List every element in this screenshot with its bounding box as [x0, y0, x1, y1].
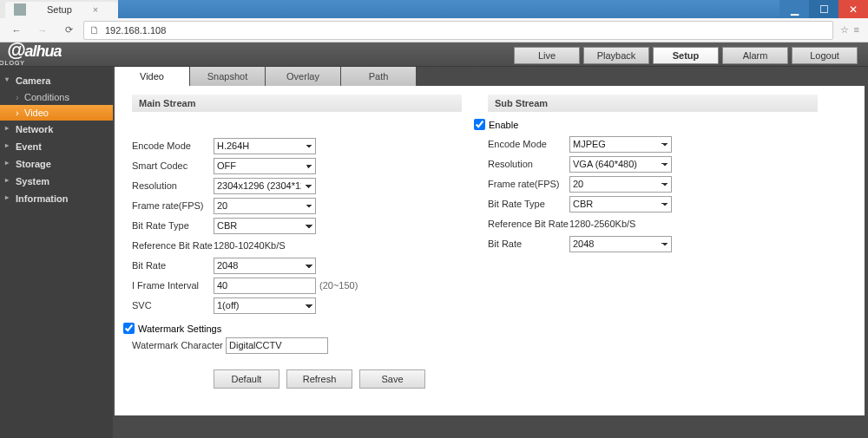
menu-icon[interactable]: ≡	[854, 24, 859, 36]
sidebar-network[interactable]: Network	[0, 121, 113, 138]
sub-label-brtype: Bit Rate Type	[488, 199, 569, 209]
label-res: Resolution	[132, 180, 214, 191]
tab-snapshot[interactable]: Snapshot	[190, 67, 265, 86]
forward-button[interactable]: →	[31, 21, 54, 40]
action-buttons: Default Refresh Save	[214, 369, 462, 389]
fps-select[interactable]: 20	[214, 198, 316, 214]
window-titlebar: Setup × ▁ ☐ ✕	[0, 0, 868, 18]
sub-encode-select[interactable]: MJPEG	[569, 136, 672, 153]
url-text: 192.168.1.108	[105, 25, 166, 36]
tab-path[interactable]: Path	[341, 67, 416, 86]
chrome-tabstrip: Setup ×	[0, 0, 118, 18]
label-brtype: Bit Rate Type	[132, 220, 214, 231]
sub-label-encode: Encode Mode	[488, 139, 569, 149]
bitrate-type-select[interactable]: CBR	[214, 218, 316, 234]
nav-logout[interactable]: Logout	[792, 47, 858, 64]
close-window-button[interactable]: ✕	[838, 0, 868, 18]
sub-bitrate-select[interactable]: 2048	[569, 236, 672, 252]
sidebar-storage[interactable]: Storage	[0, 155, 113, 173]
tab-overlay[interactable]: Overlay	[266, 67, 340, 86]
sub-brtype-select[interactable]: CBR	[569, 196, 672, 212]
sidebar-system[interactable]: System	[0, 173, 113, 190]
content-tabs: Video Snapshot Overlay Path	[113, 67, 868, 86]
label-iframe: I Frame Interval	[132, 280, 214, 291]
sub-resolution-select[interactable]: VGA (640*480)	[569, 156, 672, 173]
sidebar-camera[interactable]: Camera	[0, 72, 113, 89]
sidebar-information[interactable]: Information	[0, 190, 113, 207]
sidebar-event[interactable]: Event	[0, 138, 113, 155]
content: Video Snapshot Overlay Path Main Stream …	[113, 67, 868, 438]
tab-video[interactable]: Video	[115, 67, 189, 86]
logo: @alhua TECHNOLOGY	[7, 39, 61, 66]
browser-toolbar: ← → ⟳ 🗋 192.168.1.108 ☆ ≡	[0, 18, 868, 42]
sub-label-fps: Frame rate(FPS)	[488, 179, 569, 189]
reload-button[interactable]: ⟳	[57, 21, 80, 40]
watermark-label: Watermark Settings	[138, 324, 221, 334]
back-button[interactable]: ←	[5, 21, 28, 40]
default-button[interactable]: Default	[214, 369, 279, 389]
label-svc: SVC	[132, 300, 214, 311]
sub-label-refbr: Reference Bit Rate	[488, 219, 569, 229]
close-tab-icon[interactable]: ×	[93, 4, 98, 15]
top-nav: Live Playback Setup Alarm Logout	[514, 47, 858, 66]
encode-mode-select[interactable]: H.264H	[214, 138, 316, 154]
watermark-char-input[interactable]	[226, 337, 328, 354]
label-smart: Smart Codec	[132, 160, 214, 171]
sub-refbr-value: 1280-2560Kb/S	[569, 219, 635, 229]
refresh-button[interactable]: Refresh	[286, 369, 352, 389]
browser-tab[interactable]: Setup ×	[5, 2, 118, 18]
main-stream-title: Main Stream	[132, 95, 462, 112]
tabstrip-background	[118, 0, 779, 18]
bookmark-icon[interactable]: ☆	[840, 24, 849, 36]
iframe-hint: (20~150)	[319, 280, 358, 291]
nav-setup[interactable]: Setup	[653, 47, 719, 64]
svc-select[interactable]: 1(off)	[214, 297, 316, 314]
label-encode: Encode Mode	[132, 141, 214, 151]
label-watermark-char: Watermark Character	[132, 340, 226, 350]
sub-stream-title: Sub Stream	[488, 95, 818, 112]
tab-favicon	[14, 3, 26, 16]
sub-label-br: Bit Rate	[488, 239, 569, 249]
enable-label: Enable	[489, 120, 518, 130]
main-area: Camera Conditions Video Network Event St…	[0, 67, 868, 438]
substream-enable-checkbox[interactable]	[474, 119, 485, 130]
save-button[interactable]: Save	[359, 369, 425, 389]
maximize-button[interactable]: ☐	[809, 0, 838, 18]
nav-playback[interactable]: Playback	[583, 47, 649, 64]
bitrate-select[interactable]: 2048	[214, 258, 316, 274]
smart-codec-select[interactable]: OFF	[214, 158, 316, 174]
app-header: @alhua TECHNOLOGY Live Playback Setup Al…	[0, 42, 868, 67]
sidebar: Camera Conditions Video Network Event St…	[0, 67, 113, 438]
label-fps: Frame rate(FPS)	[132, 200, 214, 211]
ref-bitrate-value: 1280-10240Kb/S	[214, 240, 286, 251]
nav-live[interactable]: Live	[514, 47, 580, 64]
watermark-checkbox[interactable]	[123, 323, 135, 334]
main-stream-column: Main Stream Encode ModeH.264H Smart Code…	[132, 95, 462, 389]
config-panel: Main Stream Encode ModeH.264H Smart Code…	[115, 86, 865, 415]
iframe-interval-input[interactable]	[214, 278, 316, 294]
nav-alarm[interactable]: Alarm	[722, 47, 788, 64]
minimize-button[interactable]: ▁	[779, 0, 809, 18]
resolution-select[interactable]: 2304x1296 (2304*1296)	[214, 178, 316, 194]
sub-label-res: Resolution	[488, 159, 569, 169]
sidebar-item-video[interactable]: Video	[0, 105, 113, 121]
sub-stream-column: Sub Stream Enable Encode ModeMJPEG Resol…	[488, 95, 818, 389]
page-icon: 🗋	[89, 24, 100, 36]
label-br: Bit Rate	[132, 260, 214, 271]
sub-fps-select[interactable]: 20	[569, 176, 672, 193]
label-refbr: Reference Bit Rate	[132, 240, 214, 251]
window-buttons: ▁ ☐ ✕	[779, 0, 868, 18]
sidebar-item-conditions[interactable]: Conditions	[0, 89, 113, 105]
tab-title: Setup	[47, 4, 72, 15]
address-bar[interactable]: 🗋 192.168.1.108	[83, 21, 833, 40]
